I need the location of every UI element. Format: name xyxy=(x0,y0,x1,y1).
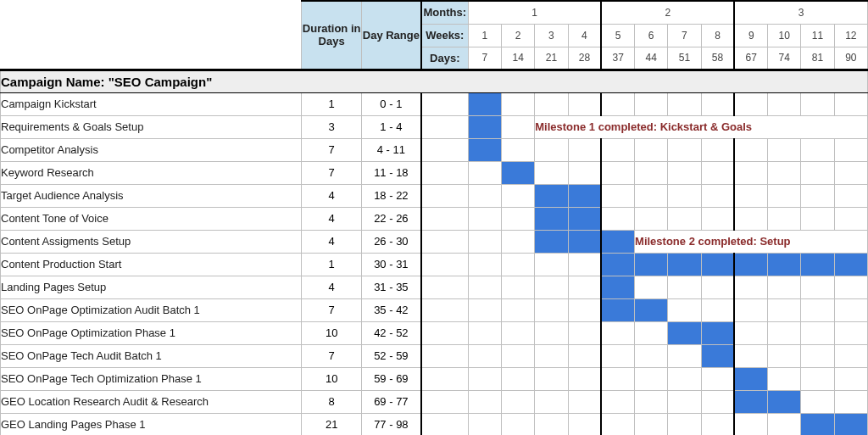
task-duration: 7 xyxy=(302,161,361,184)
gantt-cell xyxy=(668,161,701,184)
gantt-bar xyxy=(768,390,801,413)
day-header: 28 xyxy=(568,47,601,70)
task-name: Content Assigments Setup xyxy=(1,230,302,253)
gantt-cell xyxy=(502,184,535,207)
gantt-cell xyxy=(635,367,668,390)
gantt-cell xyxy=(801,390,834,413)
weeks-label: Weeks: xyxy=(421,24,468,47)
gantt-cell xyxy=(701,92,734,115)
task-range: 42 - 52 xyxy=(361,321,420,344)
gantt-cell xyxy=(801,161,834,184)
gantt-cell xyxy=(635,390,668,413)
task-range: 4 - 11 xyxy=(361,138,420,161)
gantt-cell xyxy=(502,344,535,367)
gantt-cell xyxy=(468,161,501,184)
range-header: Day Range xyxy=(361,1,420,70)
gantt-cell xyxy=(768,138,801,161)
gantt-cell xyxy=(601,184,634,207)
gantt-cell xyxy=(502,207,535,230)
day-header: 90 xyxy=(834,47,867,70)
gantt-cell xyxy=(768,298,801,321)
task-range: 31 - 35 xyxy=(361,276,420,298)
task-duration: 4 xyxy=(302,184,361,207)
gantt-cell xyxy=(834,367,867,390)
gantt-cell xyxy=(502,138,535,161)
gantt-bar xyxy=(468,115,501,138)
spacer-cell xyxy=(421,321,468,344)
gantt-cell xyxy=(502,115,535,138)
week-header: 10 xyxy=(768,24,801,47)
gantt-bar xyxy=(568,184,601,207)
gantt-bar xyxy=(468,138,501,161)
gantt-cell xyxy=(468,344,501,367)
gantt-cell xyxy=(701,138,734,161)
gantt-cell xyxy=(568,390,601,413)
gantt-cell xyxy=(502,390,535,413)
gantt-bar xyxy=(701,344,734,367)
spacer-cell xyxy=(421,390,468,413)
task-range: 77 - 98 xyxy=(361,413,420,435)
task-name: Content Tone of Voice xyxy=(1,207,302,230)
spacer-cell xyxy=(421,230,468,253)
gantt-cell xyxy=(535,390,568,413)
gantt-cell xyxy=(535,344,568,367)
gantt-cell xyxy=(535,276,568,298)
spacer-cell xyxy=(421,92,468,115)
duration-header: Duration in Days xyxy=(302,1,361,70)
spacer-cell xyxy=(421,413,468,435)
gantt-cell xyxy=(834,298,867,321)
gantt-bar xyxy=(834,253,867,276)
gantt-bar xyxy=(801,253,834,276)
task-range: 26 - 30 xyxy=(361,230,420,253)
gantt-cell xyxy=(468,298,501,321)
gantt-cell xyxy=(801,298,834,321)
gantt-cell xyxy=(834,207,867,230)
gantt-cell xyxy=(668,276,701,298)
gantt-cell xyxy=(468,184,501,207)
gantt-cell xyxy=(635,413,668,435)
gantt-bar xyxy=(801,413,834,435)
gantt-cell xyxy=(601,138,634,161)
task-range: 69 - 77 xyxy=(361,390,420,413)
gantt-cell xyxy=(535,253,568,276)
gantt-bar xyxy=(502,161,535,184)
gantt-cell xyxy=(734,161,767,184)
gantt-cell xyxy=(701,161,734,184)
gantt-cell xyxy=(768,161,801,184)
gantt-bar xyxy=(834,413,867,435)
spacer-cell xyxy=(421,207,468,230)
month-header: 2 xyxy=(601,1,734,24)
gantt-cell xyxy=(601,367,634,390)
gantt-cell xyxy=(801,207,834,230)
gantt-cell xyxy=(701,413,734,435)
task-range: 35 - 42 xyxy=(361,298,420,321)
week-header: 6 xyxy=(635,24,668,47)
gantt-cell xyxy=(701,276,734,298)
task-range: 59 - 69 xyxy=(361,367,420,390)
spacer-cell xyxy=(421,138,468,161)
task-range: 52 - 59 xyxy=(361,344,420,367)
gantt-cell xyxy=(668,413,701,435)
day-header: 21 xyxy=(535,47,568,70)
gantt-bar xyxy=(635,253,668,276)
day-header: 7 xyxy=(468,47,501,70)
gantt-cell xyxy=(768,321,801,344)
gantt-bar xyxy=(535,184,568,207)
gantt-cell xyxy=(801,344,834,367)
week-header: 11 xyxy=(801,24,834,47)
gantt-cell xyxy=(801,184,834,207)
gantt-cell xyxy=(768,413,801,435)
task-name: Content Production Start xyxy=(1,253,302,276)
task-name: SEO OnPage Optimization Audit Batch 1 xyxy=(1,298,302,321)
gantt-cell xyxy=(668,207,701,230)
week-header: 9 xyxy=(734,24,767,47)
gantt-cell xyxy=(568,367,601,390)
gantt-bar xyxy=(701,253,734,276)
task-name: Campaign Kickstart xyxy=(1,92,302,115)
task-duration: 10 xyxy=(302,321,361,344)
gantt-cell xyxy=(568,321,601,344)
gantt-cell xyxy=(568,92,601,115)
task-name: GEO Location Research Audit & Research xyxy=(1,390,302,413)
gantt-bar xyxy=(568,207,601,230)
task-range: 1 - 4 xyxy=(361,115,420,138)
